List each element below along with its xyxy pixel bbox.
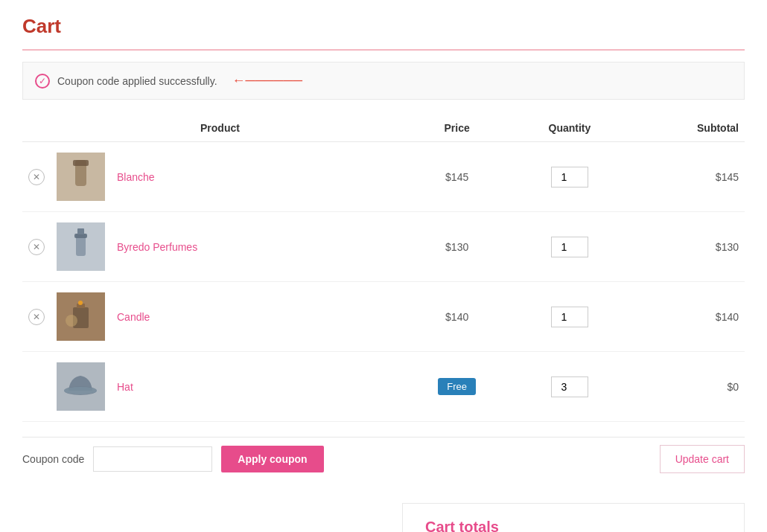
svg-point-11 bbox=[66, 315, 77, 327]
cart-totals-title: Cart totals bbox=[425, 519, 722, 532]
product-subtotal-byredo: $130 bbox=[628, 212, 745, 282]
product-subtotal-hat: $0 bbox=[628, 352, 745, 422]
product-subtotal-blanche: $145 bbox=[628, 142, 745, 212]
quantity-byredo[interactable] bbox=[551, 237, 588, 257]
col-quantity: Quantity bbox=[511, 115, 628, 142]
col-subtotal: Subtotal bbox=[628, 115, 745, 142]
page-title: Cart bbox=[22, 15, 745, 38]
success-icon: ✓ bbox=[35, 74, 50, 89]
table-row: ✕ Blanche $145 $145 bbox=[22, 142, 745, 212]
apply-coupon-button[interactable]: Apply coupon bbox=[221, 446, 323, 472]
table-row: Hat Free $0 bbox=[22, 352, 745, 422]
cart-totals: Cart totals Subtotal $415 Coupon: ms1981… bbox=[402, 503, 745, 532]
coupon-row: Coupon code Apply coupon Update cart bbox=[22, 437, 745, 481]
product-price-hat[interactable]: Free bbox=[403, 352, 511, 422]
success-message: Coupon code applied successfully. bbox=[57, 75, 217, 87]
arrow-icon: ←────── bbox=[232, 73, 303, 89]
product-price-blanche: $145 bbox=[403, 142, 511, 212]
free-badge: Free bbox=[438, 378, 476, 395]
product-name-hat[interactable]: Hat bbox=[111, 352, 403, 422]
svg-rect-2 bbox=[73, 160, 89, 166]
cart-table: Product Price Quantity Subtotal ✕ bbox=[22, 115, 745, 422]
product-price-candle: $140 bbox=[403, 282, 511, 352]
update-cart-button[interactable]: Update cart bbox=[660, 445, 745, 473]
product-name-blanche[interactable]: Blanche bbox=[111, 142, 403, 212]
success-banner: ✓ Coupon code applied successfully. ←───… bbox=[22, 62, 745, 100]
col-product: Product bbox=[111, 115, 403, 142]
product-price-byredo: $130 bbox=[403, 212, 511, 282]
product-name-candle[interactable]: Candle bbox=[111, 282, 403, 352]
quantity-hat[interactable] bbox=[551, 376, 588, 397]
table-row: ✕ Candle $140 bbox=[22, 282, 745, 352]
quantity-blanche[interactable] bbox=[551, 167, 588, 188]
table-row: ✕ Byredo Perfumes $130 bbox=[22, 212, 745, 282]
coupon-input[interactable] bbox=[93, 446, 212, 472]
quantity-candle[interactable] bbox=[551, 307, 588, 327]
cart-totals-section: Cart totals Subtotal $415 Coupon: ms1981… bbox=[22, 503, 745, 532]
coupon-left: Coupon code Apply coupon bbox=[22, 446, 324, 472]
remove-byredo-button[interactable]: ✕ bbox=[28, 239, 45, 255]
col-price: Price bbox=[403, 115, 511, 142]
product-image-candle bbox=[57, 292, 105, 341]
product-image-byredo bbox=[57, 222, 105, 271]
remove-blanche-button[interactable]: ✕ bbox=[28, 169, 45, 185]
product-image-blanche bbox=[57, 153, 105, 201]
product-image-hat bbox=[57, 362, 105, 411]
svg-point-10 bbox=[78, 301, 83, 305]
title-divider bbox=[22, 49, 745, 51]
svg-point-14 bbox=[64, 387, 97, 394]
product-subtotal-candle: $140 bbox=[628, 282, 745, 352]
coupon-label: Coupon code bbox=[22, 453, 84, 465]
svg-rect-6 bbox=[77, 228, 84, 234]
product-name-byredo[interactable]: Byredo Perfumes bbox=[111, 212, 403, 282]
remove-candle-button[interactable]: ✕ bbox=[28, 309, 45, 325]
